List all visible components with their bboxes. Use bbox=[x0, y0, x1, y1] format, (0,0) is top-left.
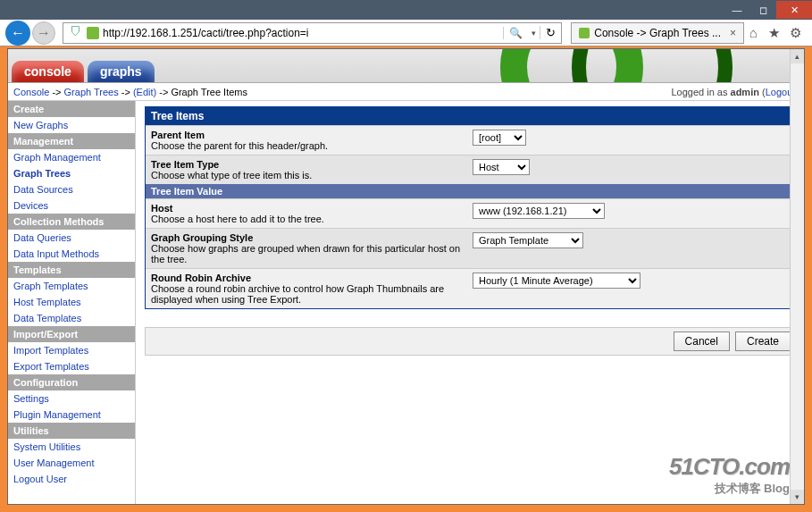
site-favicon-icon bbox=[87, 27, 99, 39]
form-row: Parent ItemChoose the parent for this he… bbox=[146, 125, 794, 155]
panel-header: Tree Items bbox=[146, 107, 794, 125]
tab-favicon-icon bbox=[579, 28, 590, 38]
window-titlebar: — ◻ ✕ bbox=[0, 0, 812, 20]
sidebar-item-graph-templates[interactable]: Graph Templates bbox=[8, 278, 135, 294]
breadcrumb-current: Graph Tree Items bbox=[171, 87, 247, 97]
panel-subheader: Tree Item Value bbox=[146, 184, 794, 198]
sidebar-item-graph-management[interactable]: Graph Management bbox=[8, 149, 135, 165]
refresh-icon[interactable]: ↻ bbox=[540, 26, 561, 39]
breadcrumb-console[interactable]: Console bbox=[13, 87, 49, 97]
sidebar-item-system-utilities[interactable]: System Utilities bbox=[8, 439, 135, 455]
tab-close-icon[interactable]: × bbox=[730, 27, 736, 39]
favorites-icon[interactable]: ★ bbox=[768, 25, 780, 41]
select-graph-grouping-style[interactable]: Graph Template bbox=[473, 232, 583, 248]
sidebar-item-new-graphs[interactable]: New Graphs bbox=[8, 117, 135, 133]
window-maximize-button[interactable]: ◻ bbox=[750, 1, 775, 19]
settings-gear-icon[interactable]: ⚙ bbox=[790, 25, 801, 41]
breadcrumb: Console -> Graph Trees -> (Edit) -> Grap… bbox=[8, 83, 804, 101]
search-dropdown-icon[interactable]: ▾ bbox=[528, 29, 540, 38]
form-label: HostChoose a host here to add it to the … bbox=[146, 199, 467, 228]
sidebar-header: Configuration bbox=[8, 374, 135, 390]
form-label: Parent ItemChoose the parent for this he… bbox=[146, 126, 467, 155]
browser-tab[interactable]: Console -> Graph Trees ... × bbox=[571, 22, 744, 44]
browser-toolbar: ← → ⛉ 🔍 ▾ ↻ Console -> Graph Trees ... ×… bbox=[0, 20, 812, 46]
back-button[interactable]: ← bbox=[5, 21, 30, 46]
content-area: Tree Items Parent ItemChoose the parent … bbox=[136, 101, 804, 504]
sidebar-item-import-templates[interactable]: Import Templates bbox=[8, 342, 135, 358]
select-tree-item-type[interactable]: Host bbox=[473, 159, 530, 175]
sidebar: CreateNew GraphsManagementGraph Manageme… bbox=[8, 101, 136, 504]
select-parent-item[interactable]: [root] bbox=[473, 130, 526, 146]
search-icon[interactable]: 🔍 bbox=[503, 27, 528, 39]
form-label: Tree Item TypeChoose what type of tree i… bbox=[146, 155, 467, 184]
scroll-down-icon[interactable]: ▾ bbox=[791, 490, 804, 504]
breadcrumb-graph-trees[interactable]: Graph Trees bbox=[64, 87, 119, 97]
sidebar-header: Templates bbox=[8, 262, 135, 278]
sidebar-item-devices[interactable]: Devices bbox=[8, 197, 135, 214]
scrollbar[interactable]: ▴ ▾ bbox=[790, 49, 804, 504]
window-close-button[interactable]: ✕ bbox=[776, 1, 812, 19]
action-bar: Cancel Create bbox=[145, 327, 795, 356]
tab-graphs[interactable]: graphs bbox=[88, 61, 155, 82]
sidebar-item-settings[interactable]: Settings bbox=[8, 390, 135, 407]
app-frame: console graphs Console -> Graph Trees ->… bbox=[7, 48, 805, 505]
sidebar-item-data-queries[interactable]: Data Queries bbox=[8, 230, 135, 246]
form-label: Graph Grouping StyleChoose how graphs ar… bbox=[146, 229, 467, 268]
sidebar-item-export-templates[interactable]: Export Templates bbox=[8, 358, 135, 374]
login-status: Logged in as admin (Logout) bbox=[671, 87, 799, 97]
url-input[interactable] bbox=[103, 27, 503, 39]
sidebar-item-plugin-management[interactable]: Plugin Management bbox=[8, 407, 135, 423]
sidebar-item-user-management[interactable]: User Management bbox=[8, 455, 135, 471]
security-shield-icon[interactable]: ⛉ bbox=[67, 25, 83, 41]
home-icon[interactable]: ⌂ bbox=[749, 25, 758, 41]
sidebar-item-logout-user[interactable]: Logout User bbox=[8, 471, 135, 487]
sidebar-item-data-templates[interactable]: Data Templates bbox=[8, 310, 135, 326]
breadcrumb-edit[interactable]: (Edit) bbox=[133, 87, 156, 97]
sidebar-item-data-sources[interactable]: Data Sources bbox=[8, 181, 135, 197]
tab-console[interactable]: console bbox=[12, 61, 84, 82]
watermark: 51CTO.com 技术博客 Blog bbox=[669, 453, 790, 497]
form-row: Tree Item TypeChoose what type of tree i… bbox=[146, 155, 794, 184]
sidebar-header: Import/Export bbox=[8, 326, 135, 342]
tab-title: Console -> Graph Trees ... bbox=[594, 27, 721, 39]
form-row: Round Robin ArchiveChoose a round robin … bbox=[146, 268, 794, 308]
address-bar: ⛉ 🔍 ▾ ↻ bbox=[63, 22, 562, 44]
form-row: HostChoose a host here to add it to the … bbox=[146, 198, 794, 228]
sidebar-header: Utilities bbox=[8, 423, 135, 439]
form-label: Round Robin ArchiveChoose a round robin … bbox=[146, 269, 467, 308]
sidebar-header: Management bbox=[8, 133, 135, 149]
select-round-robin-archive[interactable]: Hourly (1 Minute Average) bbox=[473, 273, 640, 289]
select-host[interactable]: www (192.168.1.21) bbox=[473, 203, 605, 219]
app-header: console graphs bbox=[8, 49, 804, 83]
window-minimize-button[interactable]: — bbox=[724, 1, 749, 19]
sidebar-item-graph-trees[interactable]: Graph Trees bbox=[8, 165, 135, 181]
header-logo-art bbox=[465, 49, 732, 83]
sidebar-item-data-input-methods[interactable]: Data Input Methods bbox=[8, 246, 135, 262]
sidebar-header: Collection Methods bbox=[8, 214, 135, 230]
form-row: Graph Grouping StyleChoose how graphs ar… bbox=[146, 228, 794, 268]
forward-button[interactable]: → bbox=[32, 21, 55, 45]
tree-items-panel: Tree Items Parent ItemChoose the parent … bbox=[145, 106, 795, 309]
scroll-up-icon[interactable]: ▴ bbox=[791, 49, 804, 63]
sidebar-item-host-templates[interactable]: Host Templates bbox=[8, 294, 135, 310]
browser-controls: ⌂ ★ ⚙ bbox=[744, 25, 807, 41]
cancel-button[interactable]: Cancel bbox=[674, 332, 730, 351]
sidebar-header: Create bbox=[8, 101, 135, 117]
create-button[interactable]: Create bbox=[735, 332, 791, 351]
